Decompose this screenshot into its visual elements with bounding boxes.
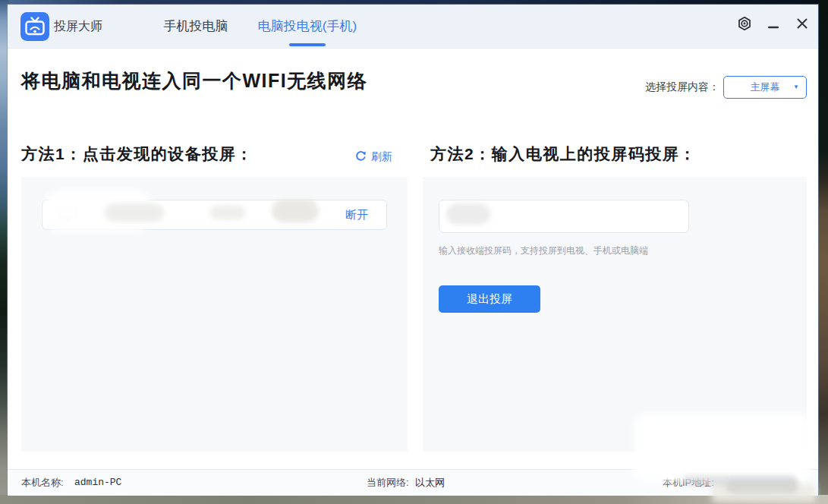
monitor-icon xyxy=(59,207,76,225)
tab-pc-to-tv[interactable]: 电脑投电视(手机) xyxy=(249,5,366,48)
host-name-label: 本机名称: xyxy=(21,470,64,495)
app-title: 投屏大师 xyxy=(54,5,102,48)
network-label: 当前网络: xyxy=(367,470,409,495)
method1-title: 方法1：点击发现的设备投屏： xyxy=(21,143,253,165)
ip-address-label: 本机IP地址: xyxy=(663,470,714,495)
app-logo-icon xyxy=(20,12,49,41)
close-button[interactable] xyxy=(792,15,812,35)
active-tab-underline xyxy=(289,43,326,46)
tab-phone-to-pc[interactable]: 手机投电脑 xyxy=(158,5,234,48)
cast-code-hint: 输入接收端投屏码，支持投屏到电视、手机或电脑端 xyxy=(439,244,648,257)
minimize-icon xyxy=(768,18,779,32)
desktop-wallpaper-right xyxy=(817,0,828,504)
exit-cast-button[interactable]: 退出投屏 xyxy=(439,285,540,313)
app-window: 投屏大师 手机投电脑 电脑投电视(手机) 将电脑和电视连入同一个WIF xyxy=(8,5,818,495)
statusbar: 本机名称: admin-PC 当前网络: 以太网 本机IP地址: xyxy=(8,469,818,496)
refresh-icon xyxy=(355,150,367,164)
titlebar: 投屏大师 手机投电脑 电脑投电视(手机) xyxy=(8,5,818,49)
settings-button[interactable] xyxy=(735,15,754,35)
device-list-panel: 断开 xyxy=(21,177,408,452)
refresh-label: 刷新 xyxy=(371,150,392,164)
disconnect-button[interactable]: 断开 xyxy=(345,200,368,229)
minimize-button[interactable] xyxy=(763,15,783,35)
cast-content-select[interactable]: 主屏幕 ▼ xyxy=(723,76,807,99)
gear-icon xyxy=(736,15,753,35)
cast-content-value: 主屏幕 xyxy=(751,80,780,94)
cast-code-panel: 输入接收端投屏码，支持投屏到电视、手机或电脑端 退出投屏 xyxy=(423,177,807,452)
host-name-value: admin-PC xyxy=(74,470,121,495)
cast-code-input[interactable] xyxy=(439,200,689,233)
network-value: 以太网 xyxy=(415,470,445,495)
chevron-down-icon: ▼ xyxy=(793,77,799,98)
method2-title: 方法2：输入电视上的投屏码投屏： xyxy=(430,143,697,165)
refresh-button[interactable]: 刷新 xyxy=(355,150,392,164)
cast-content-label: 选择投屏内容： xyxy=(645,80,719,94)
discovered-device-item[interactable]: 断开 xyxy=(42,200,387,230)
desktop-wallpaper-bottom xyxy=(0,495,828,504)
page-title: 将电脑和电视连入同一个WIFI无线网络 xyxy=(21,68,367,93)
close-icon xyxy=(797,18,808,32)
